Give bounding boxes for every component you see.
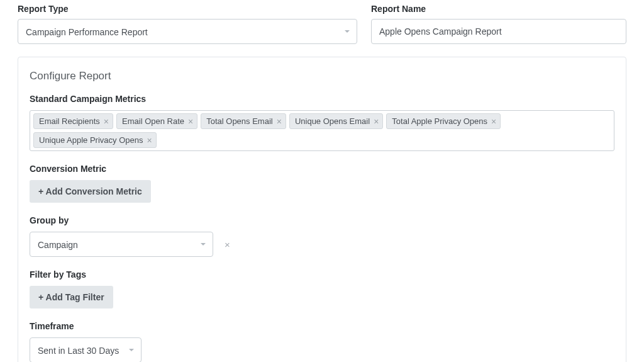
report-type-select[interactable]: Campaign Performance Report [18, 19, 357, 44]
metric-tag-label: Total Apple Privacy Opens [392, 116, 487, 126]
metric-tag-label: Unique Apple Privacy Opens [39, 135, 143, 145]
report-type-label: Report Type [18, 4, 357, 14]
report-name-input[interactable] [371, 19, 626, 44]
group-by-label: Group by [30, 215, 614, 225]
add-tag-filter-button[interactable]: + Add Tag Filter [30, 286, 113, 308]
configure-report-title: Configure Report [30, 70, 614, 82]
close-icon[interactable]: × [225, 240, 230, 249]
group-by-select[interactable]: Campaign [30, 232, 213, 257]
standard-metrics-input[interactable]: Email Recipients × Email Open Rate × Tot… [30, 110, 614, 151]
metric-tag[interactable]: Unique Opens Email × [289, 113, 383, 129]
close-icon[interactable]: × [104, 117, 109, 126]
report-name-label: Report Name [371, 4, 626, 14]
close-icon[interactable]: × [147, 136, 152, 145]
close-icon[interactable]: × [374, 117, 379, 126]
metric-tag-label: Email Open Rate [122, 116, 184, 126]
timeframe-label: Timeframe [30, 321, 614, 331]
metric-tag[interactable]: Total Opens Email × [201, 113, 286, 129]
close-icon[interactable]: × [188, 117, 193, 126]
standard-metrics-label: Standard Campaign Metrics [30, 94, 614, 104]
metric-tag-label: Total Opens Email [206, 116, 273, 126]
metric-tag-label: Email Recipients [39, 116, 100, 126]
metric-tag[interactable]: Email Recipients × [33, 113, 113, 129]
metric-tag[interactable]: Total Apple Privacy Opens × [386, 113, 501, 129]
filter-by-tags-label: Filter by Tags [30, 269, 614, 280]
timeframe-select[interactable]: Sent in Last 30 Days [30, 337, 142, 362]
close-icon[interactable]: × [277, 117, 282, 126]
metric-tag-label: Unique Opens Email [295, 116, 370, 126]
add-conversion-metric-button[interactable]: + Add Conversion Metric [30, 180, 151, 203]
metric-tag[interactable]: Unique Apple Privacy Opens × [33, 132, 157, 148]
close-icon[interactable]: × [491, 117, 496, 126]
configure-report-panel: Configure Report Standard Campaign Metri… [18, 57, 626, 362]
conversion-metric-label: Conversion Metric [30, 164, 614, 174]
metric-tag[interactable]: Email Open Rate × [116, 113, 197, 129]
